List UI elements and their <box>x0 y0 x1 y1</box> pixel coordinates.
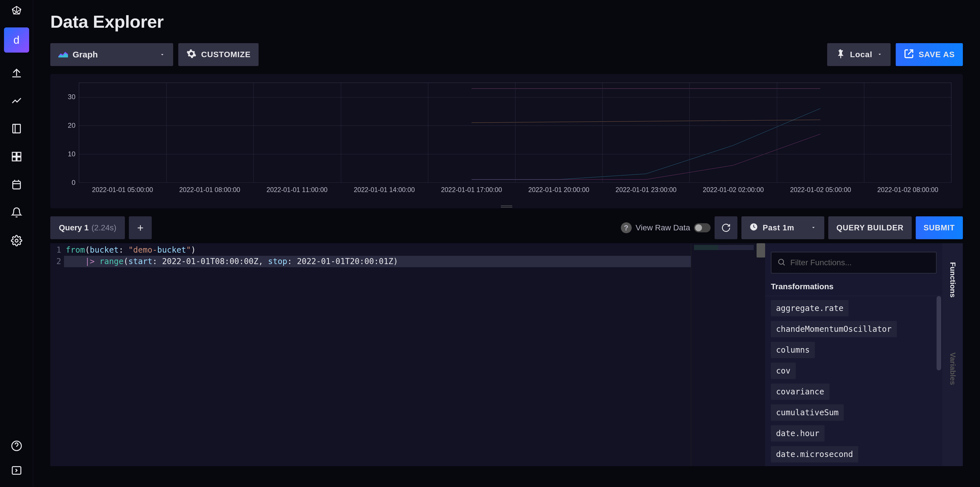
functions-panel: Transformations aggregate.ratechandeMome… <box>765 243 942 466</box>
x-tick: 2022-01-02 02:00:00 <box>690 186 777 194</box>
code-minimap[interactable] <box>691 243 765 466</box>
explore-icon[interactable] <box>9 92 25 108</box>
chevron-down-icon <box>877 50 883 59</box>
y-tick: 20 <box>68 121 75 129</box>
svg-rect-3 <box>12 152 16 156</box>
view-raw-toggle[interactable]: ? View Raw Data <box>621 222 711 233</box>
x-tick: 2022-01-01 14:00:00 <box>340 186 428 194</box>
function-item[interactable]: cov <box>771 363 796 379</box>
x-tick: 2022-01-01 17:00:00 <box>428 186 515 194</box>
gear-icon <box>186 49 197 61</box>
chart-series <box>471 134 820 180</box>
svg-point-18 <box>779 259 784 264</box>
export-icon <box>904 49 914 61</box>
save-as-button[interactable]: SAVE AS <box>896 43 963 66</box>
function-item[interactable]: date.hour <box>771 425 824 442</box>
function-item[interactable]: aggregate.rate <box>771 300 849 317</box>
time-range-label: Past 1m <box>762 223 794 232</box>
time-range-dropdown[interactable]: Past 1m <box>741 216 824 239</box>
resize-handle[interactable] <box>501 205 512 208</box>
svg-point-11 <box>15 239 18 242</box>
graph-icon <box>58 50 68 59</box>
y-tick: 30 <box>68 93 75 101</box>
save-as-label: SAVE AS <box>919 50 955 59</box>
svg-rect-7 <box>13 181 20 189</box>
refresh-button[interactable] <box>714 216 737 239</box>
chart-series <box>471 120 820 123</box>
alerts-icon[interactable] <box>9 205 25 221</box>
raw-data-label: View Raw Data <box>636 223 690 232</box>
customize-label: CUSTOMIZE <box>201 50 251 59</box>
x-tick: 2022-01-01 05:00:00 <box>79 186 166 194</box>
app-logo-icon[interactable] <box>11 5 22 17</box>
scrollbar-thumb[interactable] <box>937 296 941 371</box>
editor-row: 12 from(bucket: "demo-bucket") |> range(… <box>50 243 963 466</box>
viz-toolbar: Graph CUSTOMIZE Local <box>50 43 963 66</box>
rail-tab-variables[interactable]: Variables <box>948 342 957 395</box>
function-item[interactable]: columns <box>771 342 815 358</box>
x-tick: 2022-01-01 11:00:00 <box>253 186 340 194</box>
query-tab[interactable]: Query 1 (2.24s) <box>50 216 125 239</box>
functions-search[interactable] <box>771 252 937 274</box>
help-badge-icon: ? <box>621 222 632 233</box>
help-icon[interactable] <box>9 438 25 454</box>
y-tick: 10 <box>68 150 75 158</box>
tasks-icon[interactable] <box>9 177 25 193</box>
minimap-scrubber[interactable] <box>757 243 765 258</box>
function-item[interactable]: covariance <box>771 384 829 400</box>
page-title: Data Explorer <box>50 11 963 32</box>
org-switcher[interactable]: d <box>4 27 29 53</box>
functions-filter-input[interactable] <box>790 258 930 267</box>
query-builder-button[interactable]: QUERY BUILDER <box>828 216 912 239</box>
x-tick: 2022-01-02 05:00:00 <box>777 186 864 194</box>
chart-plot[interactable]: 0102030 <box>79 83 951 183</box>
code-editor[interactable]: 12 from(bucket: "demo-bucket") |> range(… <box>50 243 691 466</box>
code-line[interactable]: |> range(start: 2022-01-01T08:00:00Z, st… <box>64 256 691 267</box>
svg-rect-1 <box>13 124 20 133</box>
x-tick: 2022-01-02 08:00:00 <box>864 186 951 194</box>
sidebar: d <box>0 0 33 487</box>
viz-type-label: Graph <box>73 50 98 59</box>
query-bar: Query 1 (2.24s) + ? View Raw Data Past 1… <box>50 216 963 239</box>
x-tick: 2022-01-01 23:00:00 <box>602 186 689 194</box>
add-query-button[interactable]: + <box>129 216 152 239</box>
toggle-switch[interactable] <box>694 223 711 232</box>
function-item[interactable]: cumulativeSum <box>771 404 844 421</box>
notebooks-icon[interactable] <box>9 121 25 137</box>
chevron-down-icon <box>811 223 816 232</box>
functions-list: aggregate.ratechandeMomentumOscillatorco… <box>765 296 942 466</box>
submit-button[interactable]: SUBMIT <box>916 216 963 239</box>
chevron-down-icon <box>159 50 165 59</box>
dashboards-icon[interactable] <box>9 149 25 165</box>
query-tab-duration: (2.24s) <box>91 223 116 232</box>
svg-rect-6 <box>17 157 21 161</box>
load-data-icon[interactable] <box>9 65 25 81</box>
chart-series <box>471 108 820 180</box>
code-line[interactable]: from(bucket: "demo-bucket") <box>64 244 691 256</box>
timezone-dropdown[interactable]: Local <box>827 43 891 66</box>
function-item[interactable]: date.microsecond <box>771 446 858 462</box>
rail-tab-functions[interactable]: Functions <box>948 252 957 308</box>
main: Data Explorer Graph CUSTOMIZE <box>33 0 980 487</box>
collapse-icon[interactable] <box>9 462 25 478</box>
timezone-label: Local <box>850 50 872 59</box>
clock-icon <box>749 223 758 233</box>
function-item[interactable]: chandeMomentumOscillator <box>771 321 897 337</box>
pin-icon <box>835 49 845 61</box>
query-tab-name: Query 1 <box>59 223 89 232</box>
x-tick: 2022-01-01 08:00:00 <box>166 186 253 194</box>
chart-panel: 0102030 2022-01-01 05:00:002022-01-01 08… <box>50 74 963 208</box>
functions-section-label: Transformations <box>765 279 942 296</box>
side-rail: Functions Variables <box>942 243 963 466</box>
svg-rect-4 <box>17 152 21 156</box>
y-tick: 0 <box>72 178 75 187</box>
svg-line-19 <box>783 264 784 265</box>
customize-button[interactable]: CUSTOMIZE <box>178 43 259 66</box>
viz-type-dropdown[interactable]: Graph <box>50 43 173 66</box>
search-icon <box>777 258 786 267</box>
settings-icon[interactable] <box>9 232 25 249</box>
x-tick: 2022-01-01 20:00:00 <box>515 186 602 194</box>
svg-rect-5 <box>12 157 16 161</box>
